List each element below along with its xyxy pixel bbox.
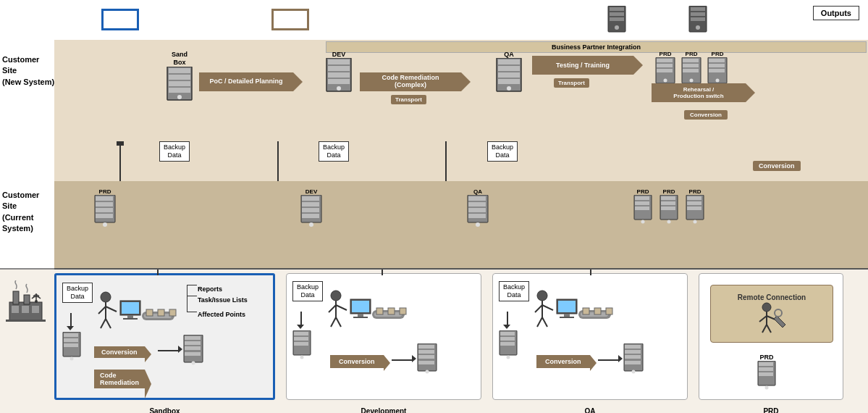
svg-line-92 xyxy=(98,306,106,314)
svg-point-4 xyxy=(615,25,619,30)
svg-rect-88 xyxy=(64,343,78,347)
svg-rect-68 xyxy=(661,201,675,205)
factory-band: BackupData xyxy=(0,268,868,413)
reports-line xyxy=(187,285,197,285)
svg-rect-63 xyxy=(635,201,649,205)
svg-rect-62 xyxy=(635,196,649,200)
backup-data-sandbox: BackupData xyxy=(62,283,93,303)
svg-rect-14 xyxy=(169,88,190,93)
svg-rect-138 xyxy=(500,332,515,335)
svg-rect-47 xyxy=(96,214,113,218)
svg-rect-104 xyxy=(169,309,176,316)
svg-rect-53 xyxy=(302,214,319,218)
svg-rect-103 xyxy=(158,309,164,316)
svg-rect-86 xyxy=(64,333,78,337)
svg-rect-113 xyxy=(294,337,308,341)
vconn-sandbox xyxy=(157,268,159,275)
sandbox-server-new: SandBox xyxy=(167,51,193,103)
svg-point-116 xyxy=(331,291,341,301)
blue-rect-icon xyxy=(101,9,139,30)
svg-rect-67 xyxy=(661,196,675,200)
svg-point-169 xyxy=(775,309,782,317)
qa-section: BackupData xyxy=(492,273,688,400)
svg-rect-99 xyxy=(123,318,138,320)
svg-rect-107 xyxy=(185,341,201,345)
main-container: Outputs Business Partner Integration xyxy=(0,0,868,413)
svg-point-21 xyxy=(337,86,341,91)
conversion-current-top: Conversion xyxy=(753,161,801,171)
qa-label-new: QA xyxy=(504,51,514,58)
transport-label-1: Transport xyxy=(391,95,426,104)
svg-rect-46 xyxy=(96,208,113,212)
arrow-down-qa xyxy=(507,312,508,326)
svg-rect-20 xyxy=(328,79,350,84)
vline-qa xyxy=(445,141,447,181)
prd-section: Remote Connection PRD xyxy=(699,273,843,400)
svg-rect-132 xyxy=(418,345,434,349)
svg-rect-139 xyxy=(500,337,515,341)
svg-point-27 xyxy=(507,86,511,91)
svg-point-65 xyxy=(641,220,645,224)
dev-label-new: DEV xyxy=(332,51,346,58)
server-icon-top-2 xyxy=(688,6,708,36)
svg-rect-29 xyxy=(657,59,673,62)
prd-stack-current: PRD PRD PR xyxy=(633,188,704,224)
vconn-dev xyxy=(382,268,383,275)
svg-rect-17 xyxy=(328,59,350,64)
svg-rect-72 xyxy=(687,196,701,200)
svg-rect-155 xyxy=(594,308,601,314)
conveyor-dev xyxy=(321,285,408,346)
svg-line-145 xyxy=(542,305,553,310)
conveyor-qa xyxy=(528,285,615,346)
svg-point-32 xyxy=(664,79,667,83)
conv-arrow-sandbox xyxy=(158,350,180,351)
arrow-sandbox xyxy=(117,141,124,146)
sandbox-label-new: SandBox xyxy=(172,51,187,67)
svg-rect-2 xyxy=(610,12,624,16)
svg-rect-45 xyxy=(96,202,113,206)
arrow-head-qa xyxy=(503,325,510,329)
backup-box-new-3: BackupData xyxy=(487,141,518,162)
testing-arrow: Testing / Training xyxy=(532,56,633,75)
svg-rect-150 xyxy=(564,314,570,317)
svg-rect-149 xyxy=(558,301,576,312)
server-after-conv-dev xyxy=(417,343,437,374)
svg-point-60 xyxy=(476,222,480,227)
server-icon-top-1 xyxy=(607,6,627,36)
conv-arrow-dev xyxy=(392,359,413,361)
band-new-system: Business Partner Integration SandBox PoC… xyxy=(54,40,868,181)
svg-point-115 xyxy=(300,356,304,359)
svg-rect-124 xyxy=(358,314,363,317)
svg-point-90 xyxy=(101,292,111,302)
svg-line-144 xyxy=(535,305,542,312)
bpi-bar: Business Partner Integration xyxy=(326,41,867,53)
sandbox-section: BackupData xyxy=(54,273,275,400)
svg-point-174 xyxy=(765,386,769,390)
conv-arrowhead-qa xyxy=(618,355,623,362)
svg-rect-80 xyxy=(13,291,19,304)
poc-arrow: PoC / Detailed Planning xyxy=(199,72,293,91)
svg-rect-156 xyxy=(606,308,612,314)
arrow-head-dev xyxy=(297,325,304,329)
svg-point-15 xyxy=(177,95,182,99)
svg-rect-8 xyxy=(691,17,705,21)
conversion-new-top: Conversion xyxy=(684,110,728,120)
factory-icon xyxy=(6,280,46,327)
current-system-label: CustomerSite(CurrentSystem) xyxy=(2,190,39,235)
prd-qa-section xyxy=(499,330,518,362)
transport-label-2: Transport xyxy=(554,78,589,88)
new-system-label: CustomerSite(New System) xyxy=(2,54,54,88)
qa-server-new: QA xyxy=(496,51,522,94)
svg-rect-158 xyxy=(625,345,641,349)
conversion-qa: Conversion xyxy=(536,354,590,368)
arrow-head-sandbox xyxy=(67,326,74,330)
server-after-conv-qa xyxy=(623,343,644,377)
svg-rect-36 xyxy=(683,69,699,72)
svg-line-119 xyxy=(336,305,347,310)
outputs-button[interactable]: Outputs xyxy=(813,6,859,20)
conversion-sandbox: Conversion xyxy=(94,344,145,358)
svg-rect-97 xyxy=(122,302,139,314)
vconn-qa xyxy=(590,268,591,275)
vline-sandbox xyxy=(119,141,121,181)
sandbox-bottom-label: Sandbox xyxy=(54,404,275,413)
